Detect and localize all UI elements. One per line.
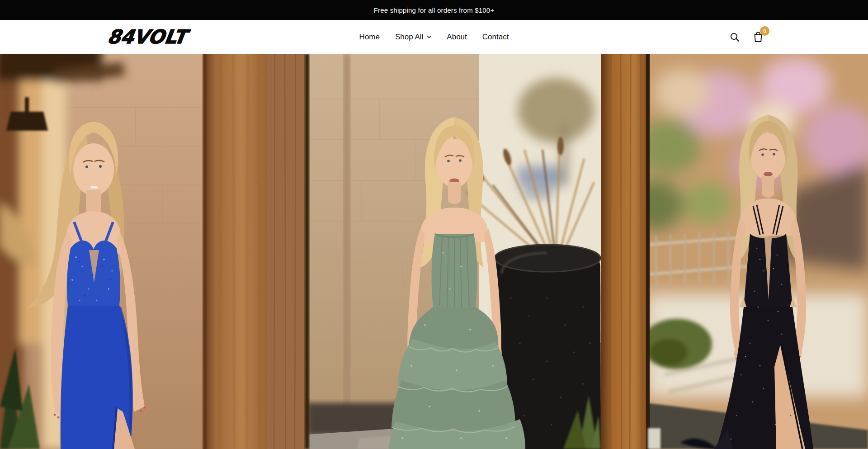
model-in-blue-gown-photo xyxy=(0,54,267,449)
cart-badge: 0 xyxy=(760,26,769,36)
site-header: 84VOLT Home Shop All About Contact xyxy=(0,20,868,54)
nav-item-shop-all[interactable]: Shop All xyxy=(395,33,431,42)
nav-item-about[interactable]: About xyxy=(447,33,467,42)
search-button[interactable] xyxy=(730,32,740,42)
header-actions: 0 xyxy=(730,31,764,43)
model-in-black-gown-photo xyxy=(601,54,868,449)
search-icon xyxy=(730,32,740,42)
announcement-text: Free shipping for all orders from $100+ xyxy=(374,6,495,14)
logo[interactable]: 84VOLT xyxy=(106,28,188,47)
model-in-green-gown-photo xyxy=(267,54,601,449)
nav-item-contact[interactable]: Contact xyxy=(482,33,509,42)
main-nav: Home Shop All About Contact xyxy=(359,33,509,42)
nav-item-home[interactable]: Home xyxy=(359,33,380,42)
chevron-down-icon xyxy=(426,35,431,38)
cart-button[interactable]: 0 xyxy=(752,31,764,43)
announcement-bar: Free shipping for all orders from $100+ xyxy=(0,0,868,20)
hero-collage xyxy=(0,54,868,449)
